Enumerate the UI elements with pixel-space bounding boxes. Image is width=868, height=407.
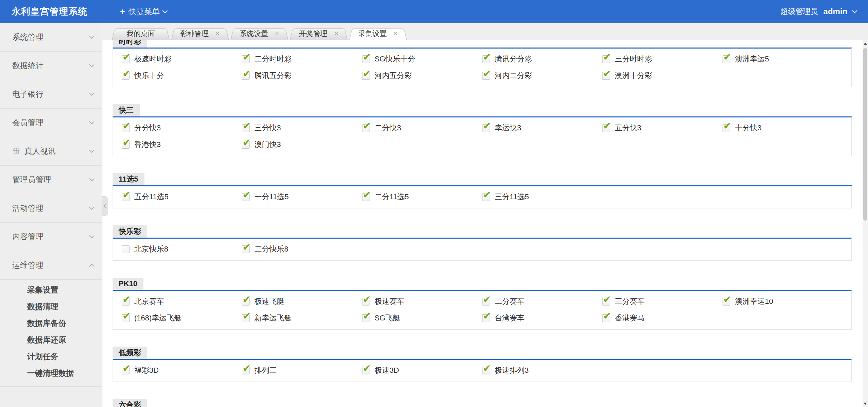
checkbox-checked[interactable] — [602, 314, 610, 322]
checkbox-checked[interactable] — [242, 193, 250, 201]
checkbox-checked[interactable] — [242, 245, 250, 253]
checkbox-checked[interactable] — [242, 298, 250, 306]
tab-close-icon[interactable]: × — [216, 30, 220, 37]
checkbox-checked[interactable] — [723, 124, 730, 132]
lottery-section: 六合彩香港六合彩极速六合彩老澳门六合彩三分六合彩五分六合彩十分六合彩 — [113, 399, 852, 407]
quick-menu-button[interactable]: + 快捷菜单 — [120, 6, 167, 17]
vertical-scrollbar[interactable] — [863, 40, 868, 407]
checkbox-checked[interactable] — [362, 367, 370, 374]
checkbox-checked[interactable] — [242, 314, 250, 322]
sidebar-item-label: 电子银行 — [12, 89, 90, 99]
checkbox-checked[interactable] — [122, 193, 130, 201]
checkbox-checked[interactable] — [122, 314, 130, 322]
checkbox-checked[interactable] — [602, 124, 610, 132]
checkbox-item: SG快乐十分 — [362, 53, 482, 65]
checkbox-checked[interactable] — [362, 314, 370, 322]
tab[interactable]: 采集设置× — [349, 27, 407, 40]
scroll-up-arrow[interactable] — [863, 41, 868, 46]
sidebar-subitem[interactable]: 数据清理 — [0, 298, 102, 315]
sidebar-item-label: 活动管理 — [12, 203, 90, 214]
sidebar-subitem[interactable]: 数据库还原 — [0, 332, 102, 348]
checkbox-checked[interactable] — [723, 55, 730, 63]
tab[interactable]: 开奖管理× — [290, 27, 348, 40]
checkbox-item: 三分赛车 — [602, 295, 722, 308]
sidebar-item-text: 会员管理 — [12, 117, 43, 128]
checkbox-checked[interactable] — [602, 55, 610, 63]
sidebar-collapse-handle[interactable] — [102, 196, 108, 216]
checkbox-checked[interactable] — [122, 141, 130, 149]
checkbox-checked[interactable] — [482, 367, 490, 374]
checkbox-item: 河内五分彩 — [362, 70, 482, 82]
tab[interactable]: 我的桌面 — [112, 27, 170, 40]
scrollbar-thumb[interactable] — [863, 48, 867, 221]
chevron-down-icon — [89, 119, 95, 125]
checkbox-checked[interactable] — [242, 141, 250, 149]
checkbox-checked[interactable] — [362, 124, 370, 132]
checkbox-label: 新幸运飞艇 — [254, 313, 292, 323]
checkbox-checked[interactable] — [602, 72, 610, 80]
sidebar-subitem[interactable]: 计划任务 — [0, 348, 102, 365]
checkbox-item: 福彩3D — [122, 364, 242, 376]
sidebar-item-label: 系统管理 — [12, 32, 90, 42]
checkbox-checked[interactable] — [362, 298, 370, 306]
chevron-down-icon — [89, 34, 95, 39]
user-chevron-down-icon[interactable] — [852, 8, 857, 13]
checkbox-label: 极速赛车 — [375, 296, 405, 307]
checkbox-checked[interactable] — [122, 124, 130, 132]
tab-label: 彩种管理 — [180, 29, 209, 38]
tab-close-icon[interactable]: × — [275, 30, 279, 37]
checkbox-checked[interactable] — [723, 298, 730, 306]
sidebar-subitem[interactable]: 采集设置 — [0, 282, 102, 298]
checkbox-label: 二分快乐8 — [254, 244, 288, 254]
user-menu[interactable]: admin — [823, 7, 847, 16]
checkbox-item: 腾讯分分彩 — [482, 53, 602, 65]
checkbox-item: 极速飞艇 — [242, 295, 362, 308]
sidebar-item[interactable]: 管理员管理 — [0, 166, 102, 194]
sidebar-subitem[interactable]: 数据库备份 — [0, 315, 102, 332]
sidebar-item[interactable]: 真人视讯 — [0, 137, 102, 166]
checkbox-checked[interactable] — [482, 298, 490, 306]
checkbox-checked[interactable] — [482, 55, 490, 63]
checkbox-checked[interactable] — [242, 72, 250, 80]
checkbox-checked[interactable] — [122, 298, 130, 306]
checkbox-checked[interactable] — [122, 55, 130, 63]
sidebar-item[interactable]: 电子银行 — [0, 80, 102, 109]
tab-close-icon[interactable]: × — [334, 30, 339, 37]
checkbox-checked[interactable] — [482, 124, 490, 132]
checkbox-checked[interactable] — [482, 193, 490, 201]
checkbox-label: 三分快3 — [254, 123, 281, 133]
checkbox-checked[interactable] — [242, 124, 250, 132]
checkbox-item: 二分11选5 — [362, 191, 482, 203]
sidebar-item[interactable]: 运维管理 — [0, 251, 102, 280]
sidebar-subitem[interactable]: 一键清理数据 — [0, 365, 102, 382]
checkbox-checked[interactable] — [242, 367, 250, 374]
sidebar-item[interactable]: 内容管理 — [0, 223, 102, 251]
checkbox-checked[interactable] — [122, 72, 130, 80]
checkbox-unchecked[interactable] — [122, 245, 130, 253]
checkbox-item: 排列三 — [242, 364, 362, 376]
checkbox-item: 澳洲十分彩 — [602, 70, 722, 82]
sidebar-item[interactable]: 系统管理 — [0, 23, 102, 52]
sidebar-item[interactable]: 活动管理 — [0, 194, 102, 223]
checkbox-label: 五分快3 — [615, 123, 641, 133]
sidebar-item-label: 会员管理 — [12, 117, 90, 128]
checkbox-checked[interactable] — [482, 314, 490, 322]
checkbox-checked[interactable] — [362, 193, 370, 201]
tab[interactable]: 彩种管理× — [171, 27, 229, 40]
checkbox-label: 香港赛马 — [615, 313, 645, 323]
sidebar-menu: 系统管理数据统计电子银行会员管理真人视讯管理员管理活动管理内容管理运维管理采集设… — [0, 23, 102, 387]
sidebar-item[interactable]: 会员管理 — [0, 109, 102, 137]
checkbox-checked[interactable] — [362, 72, 370, 80]
checkbox-item: 澳门快3 — [242, 138, 362, 151]
tab-close-icon[interactable]: × — [394, 30, 398, 37]
scroll-down-arrow[interactable] — [863, 401, 868, 406]
checkbox-label: 河内二分彩 — [495, 71, 532, 81]
checkbox-checked[interactable] — [242, 55, 250, 63]
checkbox-checked[interactable] — [122, 367, 130, 374]
chevron-down-icon — [89, 148, 95, 153]
checkbox-checked[interactable] — [362, 55, 370, 63]
tab[interactable]: 系统设置× — [231, 27, 288, 40]
checkbox-checked[interactable] — [602, 298, 610, 306]
sidebar-item[interactable]: 数据统计 — [0, 52, 102, 80]
checkbox-checked[interactable] — [482, 72, 490, 80]
